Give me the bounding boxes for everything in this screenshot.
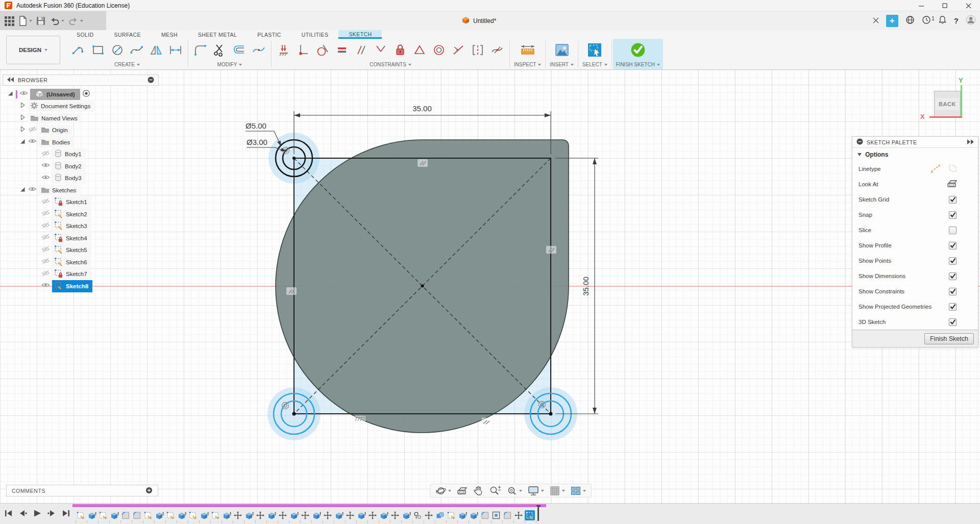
show-dimensions-checkbox[interactable]: [949, 272, 957, 280]
group-label[interactable]: MODIFY: [217, 61, 242, 69]
visibility-eye-off-icon[interactable]: [41, 245, 50, 255]
timeline-feature-move-23[interactable]: [323, 510, 333, 520]
group-label[interactable]: INSERT: [550, 61, 574, 69]
sketch-grid-checkbox[interactable]: [949, 196, 957, 204]
minimize-button[interactable]: [910, 0, 933, 11]
timeline-feature-sketch-13[interactable]: [210, 510, 220, 520]
visibility-eye-off-icon[interactable]: [28, 126, 37, 135]
fix-constraint-icon[interactable]: [392, 41, 408, 59]
tab-solid[interactable]: SOLID: [66, 30, 104, 39]
undo-button[interactable]: [48, 15, 65, 27]
browser-row-origin[interactable]: Origin: [3, 124, 159, 137]
timeline-feature-move-27[interactable]: [368, 510, 378, 520]
zoom-button[interactable]: [487, 484, 503, 497]
mirror-tool-icon[interactable]: [148, 41, 164, 59]
browser-row-sketch3[interactable]: Sketch3: [3, 220, 159, 233]
timeline-feature-extrude-10[interactable]: [177, 510, 187, 520]
circle-tool-icon[interactable]: [109, 41, 126, 59]
visibility-eye-off-icon[interactable]: [41, 197, 50, 207]
notifications-bell-icon[interactable]: [938, 15, 947, 27]
timeline-feature-sketch-1[interactable]: [76, 510, 86, 520]
tab-sheet-metal[interactable]: SHEET METAL: [188, 30, 247, 39]
group-label[interactable]: CONSTRAINTS: [370, 61, 411, 69]
spline-tool-icon[interactable]: [129, 41, 145, 59]
browser-row-namedviews[interactable]: Named Views: [3, 112, 159, 124]
snap-checkbox[interactable]: [949, 211, 957, 219]
fit-button[interactable]: [504, 484, 524, 497]
browser-row-unsaved[interactable]: (Unsaved): [3, 88, 159, 101]
perpendicular-constraint-icon[interactable]: [373, 41, 389, 59]
pan-button[interactable]: [471, 484, 486, 497]
timeline-feature-sketch-9[interactable]: [165, 510, 176, 520]
timeline-feature-extrude-18[interactable]: [266, 510, 277, 520]
expand-panel-icon[interactable]: [967, 139, 974, 145]
tab-surface[interactable]: SURFACE: [104, 30, 151, 39]
tab-utilities[interactable]: UTILITIES: [291, 30, 339, 39]
timeline-feature-move-17[interactable]: [255, 510, 265, 520]
collinear-constraint-icon[interactable]: [450, 41, 467, 59]
timeline-feature-extrude-20[interactable]: [289, 510, 299, 520]
projected-linetype-icon[interactable]: [946, 163, 958, 174]
timeline-feature-sketch-41[interactable]: [525, 510, 535, 520]
timeline-feature-extrude-4[interactable]: [109, 510, 119, 520]
horizontal-vertical-constraint-icon[interactable]: [276, 41, 292, 59]
line-tool-icon[interactable]: [70, 41, 87, 59]
visibility-eye-off-icon[interactable]: [41, 233, 50, 243]
timeline-feature-fillet-6[interactable]: [132, 510, 142, 520]
show-profile-checkbox[interactable]: [949, 242, 957, 249]
timeline-range-bar[interactable]: [72, 504, 546, 507]
timeline-feature-fillet-37[interactable]: [480, 510, 490, 520]
expand-arrow-icon[interactable]: [19, 126, 26, 135]
palette-header[interactable]: SKETCH PALETTE: [852, 137, 978, 148]
step-forward-button[interactable]: [46, 507, 57, 519]
show-constraints-checkbox[interactable]: [949, 288, 957, 295]
timeline-feature-sketch-7[interactable]: [143, 510, 153, 520]
step-back-button[interactable]: [17, 507, 29, 519]
timeline-feature-sketch-34[interactable]: [446, 510, 456, 520]
new-tab-button[interactable]: +: [886, 15, 898, 27]
timeline-feature-move-29[interactable]: [390, 510, 400, 520]
trim-tool-icon[interactable]: [212, 41, 228, 59]
close-button[interactable]: [957, 0, 980, 11]
file-button[interactable]: [17, 14, 33, 28]
parallel-constraint-icon[interactable]: [353, 41, 370, 59]
app-grid-button[interactable]: [3, 14, 15, 28]
visibility-eye-off-icon[interactable]: [41, 149, 50, 159]
activate-component-radio[interactable]: [82, 89, 90, 99]
timeline-feature-move-19[interactable]: [278, 510, 288, 520]
timeline-feature-extrude-35[interactable]: [457, 510, 468, 520]
minimize-panel-icon[interactable]: [856, 138, 863, 146]
timeline-feature-sketch-11[interactable]: [188, 510, 198, 520]
timeline-feature-extrude-12[interactable]: [199, 510, 209, 520]
timeline-feature-move-25[interactable]: [345, 510, 355, 520]
palette-options-section[interactable]: Options: [852, 148, 978, 161]
visibility-eye-icon[interactable]: [41, 281, 50, 291]
visibility-eye-icon[interactable]: [41, 161, 50, 171]
help-icon[interactable]: ?: [954, 16, 959, 25]
browser-row-sketch2[interactable]: Sketch2: [3, 208, 159, 220]
redo-button[interactable]: [67, 15, 84, 27]
3d-sketch-checkbox[interactable]: [949, 318, 957, 326]
midpoint-constraint-icon[interactable]: [411, 41, 428, 59]
timeline-feature-extrude-28[interactable]: [379, 510, 389, 520]
collapse-panel-icon[interactable]: [7, 77, 14, 83]
grid-settings-button[interactable]: [547, 484, 567, 497]
maximize-button[interactable]: [933, 0, 957, 11]
comments-bar[interactable]: COMMENTS: [6, 485, 158, 496]
skip-end-button[interactable]: [60, 507, 71, 519]
timeline-feature-pattern-38[interactable]: [491, 510, 501, 520]
minimize-panel-icon[interactable]: [148, 77, 154, 84]
timeline-feature-move-40[interactable]: [513, 510, 524, 520]
group-label[interactable]: INSPECT: [514, 61, 541, 69]
collapse-arrow-icon[interactable]: [19, 186, 26, 195]
browser-row-sketch7[interactable]: Sketch7: [3, 268, 159, 281]
browser-row-sketch6[interactable]: Sketch6: [3, 256, 159, 268]
timeline-feature-combine-33[interactable]: [435, 510, 445, 520]
measure-icon[interactable]: [517, 41, 539, 59]
visibility-eye-off-icon[interactable]: [41, 257, 50, 267]
orbit-button[interactable]: [433, 484, 453, 497]
show-points-checkbox[interactable]: [949, 257, 957, 265]
timeline-track[interactable]: [71, 504, 980, 524]
visibility-eye-icon[interactable]: [28, 137, 37, 147]
timeline-position-marker[interactable]: [537, 508, 540, 521]
